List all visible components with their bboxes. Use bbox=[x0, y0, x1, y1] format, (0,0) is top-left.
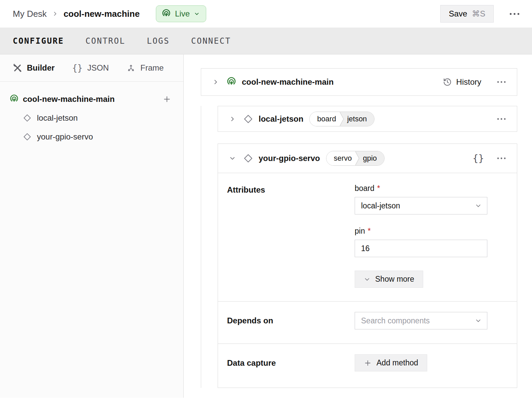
component-card-local-jetson: local-jetson board jetson bbox=[218, 106, 517, 132]
board-field: board * local-jetson bbox=[355, 184, 487, 214]
chevron-down-icon bbox=[364, 276, 370, 283]
badge-divider-icon bbox=[354, 151, 360, 165]
tab-logs[interactable]: LOGS bbox=[147, 36, 170, 46]
add-method-button[interactable]: Add method bbox=[355, 354, 427, 371]
component-type: servo bbox=[326, 151, 355, 165]
config-sidebar: Builder {} JSON Frame bbox=[0, 54, 184, 398]
tree-item-your-gpio-servo[interactable]: your-gpio-servo bbox=[0, 127, 183, 146]
depends-on-select[interactable] bbox=[355, 312, 487, 329]
overflow-menu-icon bbox=[509, 12, 520, 15]
board-select[interactable]: local-jetson bbox=[355, 197, 487, 214]
machine-part-card: cool-new-machine-main History bbox=[201, 68, 517, 96]
diamond-icon bbox=[243, 153, 253, 163]
component-nest: local-jetson board jetson bbox=[201, 106, 517, 388]
mode-tab-frame[interactable]: Frame bbox=[126, 63, 164, 73]
attributes-section: Attributes board * local-jetson bbox=[218, 173, 517, 301]
tree-item-label: your-gpio-servo bbox=[37, 132, 93, 142]
breadcrumb-parent-link[interactable]: My Desk bbox=[13, 9, 47, 19]
tree-item-label: local-jetson bbox=[37, 113, 78, 123]
board-select-value: local-jetson bbox=[361, 201, 400, 210]
local-jetson-overflow-button[interactable] bbox=[495, 116, 508, 122]
history-button-label: History bbox=[456, 77, 481, 87]
data-capture-section: Data capture Add method bbox=[218, 344, 517, 388]
expand-machine-card-button[interactable] bbox=[210, 77, 221, 87]
pin-field: pin * bbox=[355, 227, 487, 257]
plus-icon bbox=[364, 359, 372, 367]
badge-divider-icon bbox=[339, 112, 345, 126]
save-shortcut: ⌘S bbox=[472, 9, 485, 18]
machine-card-overflow-button[interactable] bbox=[495, 79, 508, 85]
board-field-label: board bbox=[355, 184, 374, 193]
live-badge-label: Live bbox=[175, 9, 190, 18]
tree-root-label: cool-new-machine-main bbox=[23, 94, 115, 104]
top-bar: My Desk cool-new-machine Live Save ⌘S bbox=[0, 0, 532, 28]
add-method-label: Add method bbox=[376, 358, 418, 367]
save-button[interactable]: Save ⌘S bbox=[440, 5, 494, 23]
mode-tab-builder[interactable]: Builder bbox=[13, 63, 55, 73]
chevron-right-icon bbox=[212, 79, 219, 85]
required-marker: * bbox=[368, 227, 371, 236]
machine-icon bbox=[9, 94, 19, 104]
pin-field-label: pin bbox=[355, 227, 365, 236]
overflow-menu-icon bbox=[497, 81, 506, 83]
component-type-badge: servo gpio bbox=[326, 151, 385, 166]
tab-connect[interactable]: CONNECT bbox=[191, 36, 231, 46]
sidebar-mode-tabs: Builder {} JSON Frame bbox=[0, 54, 183, 82]
breadcrumb-chevron-icon bbox=[52, 11, 58, 17]
component-card-your-gpio-servo: your-gpio-servo servo gpio {} bbox=[218, 144, 517, 388]
data-capture-section-label: Data capture bbox=[227, 354, 355, 371]
tools-icon bbox=[13, 63, 22, 73]
component-tree: cool-new-machine-main local-jetson bbox=[0, 82, 183, 146]
chevron-down-icon bbox=[475, 317, 482, 324]
breadcrumb-current: cool-new-machine bbox=[63, 9, 140, 19]
nav-tab-bar: CONFIGURE CONTROL LOGS CONNECT bbox=[0, 28, 532, 54]
machine-part-title: cool-new-machine-main bbox=[242, 77, 334, 87]
depends-on-search-input[interactable] bbox=[361, 316, 475, 325]
component-type: board bbox=[310, 112, 339, 126]
mode-tab-builder-label: Builder bbox=[27, 63, 55, 73]
config-main-panel: cool-new-machine-main History bbox=[184, 54, 532, 398]
add-component-button[interactable] bbox=[161, 93, 173, 106]
mode-tab-frame-label: Frame bbox=[140, 63, 164, 73]
tab-configure[interactable]: CONFIGURE bbox=[13, 36, 64, 46]
tab-control[interactable]: CONTROL bbox=[86, 36, 126, 46]
save-button-label: Save bbox=[449, 9, 467, 18]
plus-icon bbox=[163, 95, 171, 104]
overflow-menu-icon bbox=[497, 157, 506, 160]
attributes-section-label: Attributes bbox=[227, 184, 355, 288]
mode-tab-json-label: JSON bbox=[87, 63, 109, 73]
chevron-down-icon bbox=[229, 155, 236, 162]
machine-icon bbox=[226, 77, 236, 87]
depends-on-section-label: Depends on bbox=[227, 312, 355, 329]
diamond-icon bbox=[23, 114, 32, 122]
collapse-servo-button[interactable] bbox=[227, 153, 238, 164]
expand-local-jetson-button[interactable] bbox=[227, 114, 238, 124]
breadcrumb: My Desk cool-new-machine bbox=[13, 9, 140, 19]
chevron-right-icon bbox=[229, 116, 236, 122]
required-marker: * bbox=[377, 184, 380, 193]
component-name: your-gpio-servo bbox=[259, 154, 320, 163]
machine-icon bbox=[162, 9, 171, 18]
chevron-down-icon bbox=[194, 11, 200, 17]
tree-item-local-jetson[interactable]: local-jetson bbox=[0, 109, 183, 127]
live-status-badge[interactable]: Live bbox=[156, 5, 206, 22]
servo-card-header: your-gpio-servo servo gpio {} bbox=[218, 144, 517, 173]
component-model: jetson bbox=[345, 112, 374, 126]
diamond-icon bbox=[23, 132, 32, 141]
component-model: gpio bbox=[360, 151, 384, 165]
history-icon bbox=[443, 77, 452, 87]
frame-axes-icon bbox=[126, 63, 136, 73]
header-overflow-menu-button[interactable] bbox=[507, 10, 522, 17]
chevron-down-icon bbox=[475, 202, 482, 209]
mode-tab-json[interactable]: {} JSON bbox=[72, 63, 109, 73]
pin-input[interactable] bbox=[355, 240, 487, 257]
tree-root-machine[interactable]: cool-new-machine-main bbox=[0, 90, 183, 109]
history-button[interactable]: History bbox=[443, 77, 481, 87]
braces-icon: {} bbox=[473, 153, 484, 164]
servo-overflow-button[interactable] bbox=[495, 155, 508, 162]
braces-icon: {} bbox=[72, 63, 83, 73]
show-more-button[interactable]: Show more bbox=[355, 271, 423, 288]
depends-on-section: Depends on bbox=[218, 301, 517, 344]
servo-json-view-button[interactable]: {} bbox=[471, 151, 486, 166]
overflow-menu-icon bbox=[497, 118, 506, 120]
